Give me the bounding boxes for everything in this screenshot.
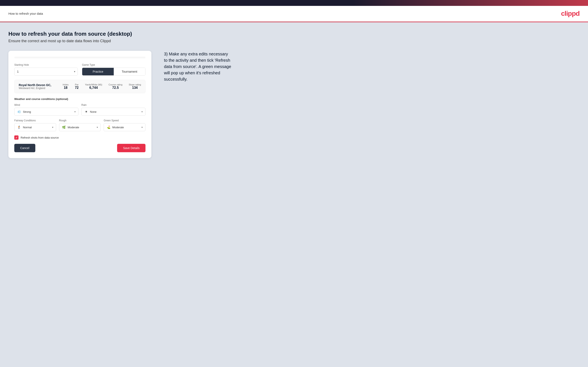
green-speed-select[interactable]: Moderate	[112, 126, 140, 129]
par-value: 72	[75, 86, 79, 90]
content-area: Starting Hole 1 Game Type Practice Tourn…	[9, 51, 579, 158]
game-type-label: Game Type	[82, 63, 146, 66]
refresh-checkbox-row: Refresh shots from data source	[14, 135, 146, 140]
game-type-group: Game Type Practice Tournament	[82, 63, 146, 75]
page-subtitle: Ensure the correct and most up to date d…	[9, 39, 579, 43]
slope-rating-label: Slope rating	[129, 83, 141, 86]
fairway-icon: 🏌	[17, 125, 21, 129]
conditions-row1: Wind 💨 Strong ▾ Rain ☀ None	[14, 103, 146, 116]
save-button[interactable]: Save Details	[117, 144, 146, 152]
rain-select[interactable]: None	[90, 110, 140, 113]
green-speed-label: Green Speed	[104, 119, 146, 122]
course-rating-label: Course rating	[108, 83, 122, 86]
rough-select[interactable]: Moderate	[68, 126, 95, 129]
wind-group: Wind 💨 Strong ▾	[14, 103, 78, 116]
starting-hole-group: Starting Hole 1	[14, 63, 78, 75]
rough-select-wrapper[interactable]: 🌿 Moderate ▾	[59, 123, 101, 131]
course-rating-value: 72.5	[112, 86, 119, 90]
page-title: How to refresh your data from source (de…	[9, 31, 579, 37]
yards-stat: Yards/White (M)) 6,744	[85, 83, 102, 90]
rain-group: Rain ☀ None ▾	[81, 103, 146, 116]
green-speed-select-wrapper[interactable]: ⛳ Moderate ▾	[104, 123, 146, 131]
par-stat: Par 72	[75, 83, 79, 90]
tournament-button[interactable]: Tournament	[114, 68, 145, 75]
course-location: Westward Ho!, England	[19, 87, 59, 90]
holes-value: 18	[64, 86, 68, 90]
starting-hole-label: Starting Hole	[14, 63, 78, 66]
green-speed-group: Green Speed ⛳ Moderate ▾	[104, 119, 146, 131]
main-content: How to refresh your data from source (de…	[0, 22, 588, 367]
top-bar	[0, 0, 588, 6]
holes-label: Holes	[63, 83, 69, 86]
rain-label: Rain	[81, 103, 146, 107]
wind-label: Wind	[14, 103, 78, 107]
form-card: Starting Hole 1 Game Type Practice Tourn…	[9, 51, 151, 158]
course-header: Royal North Devon GC, Westward Ho!, Engl…	[19, 83, 141, 90]
button-row: Cancel Save Details	[14, 144, 146, 152]
slope-rating-value: 134	[132, 86, 138, 90]
rain-chevron-icon: ▾	[141, 110, 143, 113]
rough-chevron-icon: ▾	[97, 126, 98, 129]
starting-hole-select[interactable]: 1	[14, 68, 78, 75]
practice-button[interactable]: Practice	[82, 68, 114, 75]
fairway-select[interactable]: Normal	[23, 126, 51, 129]
fairway-label: Fairway Conditions	[14, 119, 56, 122]
par-label: Par	[75, 83, 78, 86]
starting-hole-select-wrapper: 1	[14, 68, 78, 75]
rough-icon: 🌿	[62, 125, 66, 129]
refresh-checkbox[interactable]	[14, 135, 18, 140]
side-note-text: 3) Make any extra edits necessary to the…	[164, 51, 231, 82]
green-speed-chevron-icon: ▾	[141, 126, 143, 129]
rough-label: Rough	[59, 119, 101, 122]
conditions-row2: Fairway Conditions 🏌 Normal ▾ Rough 🌿	[14, 119, 146, 131]
wind-select-wrapper[interactable]: 💨 Strong ▾	[14, 108, 78, 116]
course-name: Royal North Devon GC,	[19, 83, 59, 87]
side-note: 3) Make any extra edits necessary to the…	[164, 51, 231, 82]
course-rating-stat: Course rating 72.5	[108, 83, 122, 90]
rain-select-wrapper[interactable]: ☀ None ▾	[81, 108, 146, 116]
header: How to refresh your data clippd	[0, 6, 588, 22]
wind-chevron-icon: ▾	[74, 110, 76, 113]
yards-label: Yards/White (M))	[85, 83, 102, 86]
fairway-chevron-icon: ▾	[52, 126, 53, 129]
course-card: Royal North Devon GC, Westward Ho!, Engl…	[14, 80, 146, 93]
course-info: Royal North Devon GC, Westward Ho!, Engl…	[19, 83, 59, 90]
game-type-buttons: Practice Tournament	[82, 68, 146, 75]
header-title: How to refresh your data	[9, 12, 43, 15]
slope-rating-stat: Slope rating 134	[129, 83, 141, 90]
wind-select[interactable]: Strong	[23, 110, 73, 113]
logo: clippd	[561, 10, 579, 17]
yards-value: 6,744	[89, 86, 98, 90]
rain-icon: ☀	[84, 110, 88, 114]
fairway-group: Fairway Conditions 🏌 Normal ▾	[14, 119, 56, 131]
holes-stat: Holes 18	[63, 83, 69, 90]
form-row-top: Starting Hole 1 Game Type Practice Tourn…	[14, 63, 146, 75]
cancel-button[interactable]: Cancel	[14, 144, 35, 152]
conditions-section-title: Weather and course conditions (optional)	[14, 97, 146, 100]
wind-icon: 💨	[17, 110, 21, 114]
course-stats: Holes 18 Par 72 Yards/White (M)) 6,744	[63, 83, 141, 90]
tab-bar-placeholder	[14, 57, 146, 58]
green-speed-icon: ⛳	[106, 125, 111, 129]
rough-group: Rough 🌿 Moderate ▾	[59, 119, 101, 131]
refresh-label: Refresh shots from data source	[21, 136, 59, 139]
fairway-select-wrapper[interactable]: 🏌 Normal ▾	[14, 123, 56, 131]
